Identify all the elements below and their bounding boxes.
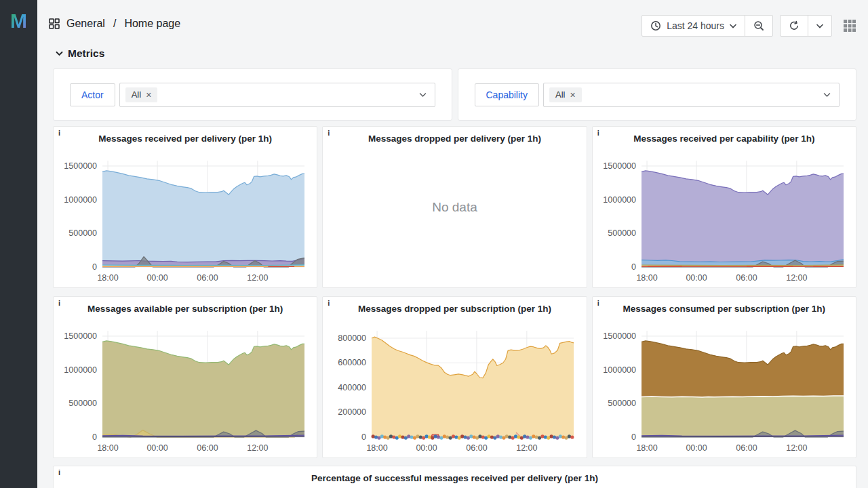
panel-messages-dropped-per-subscription: i Messages dropped per subscription (per… — [322, 296, 587, 458]
svg-text:06:00: 06:00 — [736, 443, 757, 453]
info-icon[interactable]: i — [58, 129, 60, 137]
info-icon[interactable]: i — [597, 299, 599, 307]
panel-messages-received-per-capability: i Messages received per capability (per … — [592, 126, 856, 288]
svg-text:1000000: 1000000 — [64, 365, 97, 375]
chevron-down-icon — [816, 24, 823, 28]
svg-text:1000000: 1000000 — [603, 195, 636, 205]
refresh-group — [780, 15, 832, 37]
top-bar: General / Home page Last 24 hours — [37, 0, 868, 38]
panel-messages-received-per-delivery: i Messages received per delivery (per 1h… — [53, 126, 317, 288]
panel-messages-dropped-per-delivery: i Messages dropped per delivery (per 1h)… — [322, 126, 587, 288]
close-icon[interactable]: × — [146, 90, 151, 100]
selected-value-chip: All × — [549, 87, 582, 102]
svg-text:18:00: 18:00 — [636, 443, 657, 453]
svg-text:500000: 500000 — [608, 228, 636, 238]
svg-text:00:00: 00:00 — [146, 443, 167, 453]
svg-text:500000: 500000 — [68, 399, 97, 408]
section-metrics-header[interactable]: Metrics — [56, 46, 868, 61]
svg-text:12:00: 12:00 — [247, 273, 268, 283]
filter-label-actor: Actor — [70, 83, 115, 106]
svg-text:1000000: 1000000 — [64, 195, 97, 205]
svg-text:00:00: 00:00 — [416, 443, 437, 453]
svg-text:400000: 400000 — [338, 383, 367, 392]
filter-card-actor: Actor All × — [53, 68, 452, 121]
magnifier-minus-icon — [753, 20, 764, 31]
clock-icon — [650, 20, 661, 31]
panel-title[interactable]: Messages received per capability (per 1h… — [593, 127, 856, 144]
svg-text:0: 0 — [92, 432, 97, 442]
svg-text:18:00: 18:00 — [97, 273, 118, 283]
section-title: Metrics — [68, 47, 104, 60]
toolbar-actions: Last 24 hours — [642, 15, 856, 37]
refresh-button[interactable] — [781, 16, 808, 36]
close-icon[interactable]: × — [570, 90, 575, 100]
svg-text:06:00: 06:00 — [467, 443, 488, 453]
filter-select-capability[interactable]: All × — [543, 83, 840, 107]
svg-text:00:00: 00:00 — [146, 273, 167, 283]
chart-messages-dropped-per-subscription[interactable]: 800000600000400000200000018:0000:0006:00… — [330, 317, 579, 455]
svg-text:06:00: 06:00 — [736, 273, 757, 283]
breadcrumb-page[interactable]: Home page — [124, 18, 180, 30]
svg-text:500000: 500000 — [68, 228, 97, 238]
svg-text:06:00: 06:00 — [197, 443, 218, 453]
svg-text:0: 0 — [631, 262, 636, 272]
time-range-label: Last 24 hours — [667, 20, 724, 31]
svg-text:18:00: 18:00 — [636, 273, 657, 283]
refresh-interval-caret[interactable] — [808, 16, 831, 36]
breadcrumb-folder[interactable]: General — [66, 18, 105, 30]
panel-title[interactable]: Messages received per delivery (per 1h) — [54, 127, 317, 144]
svg-text:0: 0 — [631, 432, 636, 442]
panel-messages-consumed-per-subscription: i Messages consumed per subscription (pe… — [592, 296, 856, 458]
panel-percentage-successful-messages: i Percentage of successful messages rece… — [53, 466, 856, 488]
svg-text:1500000: 1500000 — [64, 161, 97, 171]
chevron-down-icon — [419, 92, 427, 98]
panel-messages-available-per-subscription: i Messages available per subscription (p… — [53, 296, 317, 458]
chart-messages-received-per-delivery[interactable]: 15000001000000500000018:0000:0006:0012:0… — [60, 147, 310, 285]
zoom-out-button[interactable] — [745, 16, 772, 36]
svg-text:06:00: 06:00 — [197, 273, 218, 283]
refresh-icon — [789, 20, 800, 31]
app-logo[interactable]: M — [7, 9, 31, 33]
chip-label: All — [555, 89, 565, 100]
info-icon[interactable]: i — [597, 129, 599, 137]
filters-row: Actor All × Capability All × — [53, 68, 856, 121]
selected-value-chip: All × — [125, 87, 158, 102]
chart-messages-received-per-capability[interactable]: 15000001000000500000018:0000:0006:0012:0… — [599, 147, 849, 285]
svg-text:1500000: 1500000 — [603, 331, 636, 341]
panel-title[interactable]: Messages consumed per subscription (per … — [593, 297, 856, 314]
no-data-message: No data — [323, 127, 586, 287]
chevron-down-icon — [823, 92, 831, 98]
chevron-down-icon — [56, 51, 63, 56]
chevron-down-icon — [730, 24, 736, 28]
panel-title[interactable]: Messages dropped per subscription (per 1… — [323, 297, 586, 314]
svg-text:12:00: 12:00 — [517, 443, 538, 453]
svg-text:800000: 800000 — [338, 333, 367, 343]
apps-grid-icon[interactable] — [843, 19, 856, 33]
panel-title[interactable]: Percentage of successful messages receiv… — [54, 466, 856, 484]
time-range-button[interactable]: Last 24 hours — [642, 16, 745, 36]
svg-text:200000: 200000 — [338, 407, 367, 417]
svg-text:00:00: 00:00 — [686, 273, 707, 283]
info-icon[interactable]: i — [58, 468, 60, 476]
filter-select-actor[interactable]: All × — [119, 83, 435, 107]
panel-title[interactable]: Messages available per subscription (per… — [54, 297, 317, 314]
info-icon[interactable]: i — [58, 299, 60, 307]
svg-text:18:00: 18:00 — [367, 443, 388, 453]
breadcrumb: General / Home page — [49, 18, 180, 30]
svg-text:1500000: 1500000 — [603, 161, 636, 171]
dashboards-grid-icon — [49, 18, 60, 29]
svg-text:12:00: 12:00 — [786, 273, 807, 283]
time-range-group: Last 24 hours — [642, 15, 773, 37]
info-icon[interactable]: i — [328, 299, 330, 307]
sidebar: M — [0, 0, 37, 488]
chip-label: All — [132, 89, 141, 100]
svg-text:12:00: 12:00 — [786, 443, 807, 453]
chart-messages-consumed-per-subscription[interactable]: 15000001000000500000018:0000:0006:0012:0… — [599, 317, 849, 455]
svg-text:1000000: 1000000 — [603, 365, 636, 375]
panels-grid: i Messages received per delivery (per 1h… — [53, 126, 856, 458]
breadcrumb-separator: / — [113, 18, 116, 30]
filter-label-capability: Capability — [475, 83, 539, 106]
svg-text:0: 0 — [92, 262, 97, 272]
svg-text:00:00: 00:00 — [686, 443, 707, 453]
chart-messages-available-per-subscription[interactable]: 15000001000000500000018:0000:0006:0012:0… — [60, 317, 310, 455]
